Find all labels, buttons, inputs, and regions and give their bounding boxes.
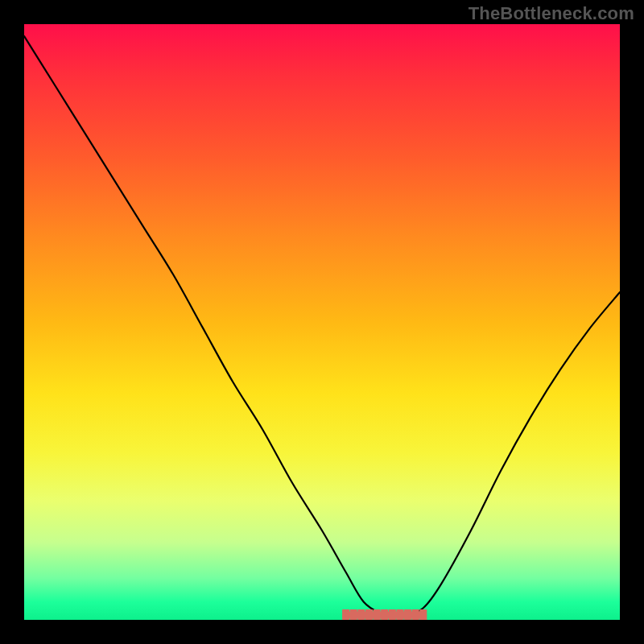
bottleneck-curve-path bbox=[24, 36, 620, 617]
curve-svg bbox=[24, 24, 620, 620]
plot-area bbox=[24, 24, 620, 620]
optimal-zone-marks bbox=[343, 609, 427, 620]
chart-frame: TheBottleneck.com bbox=[0, 0, 644, 644]
watermark-text: TheBottleneck.com bbox=[469, 3, 634, 24]
